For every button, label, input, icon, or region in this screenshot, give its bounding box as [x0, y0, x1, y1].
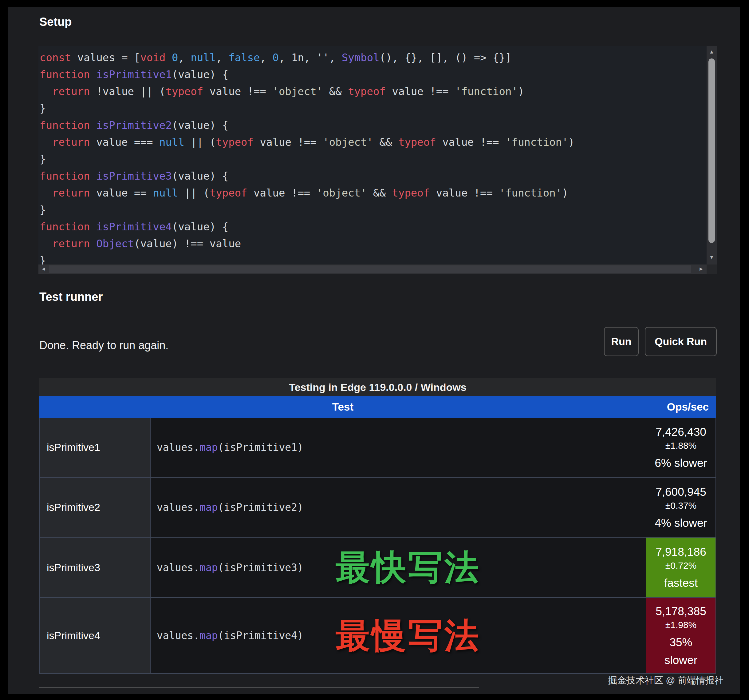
code-token: (: [172, 68, 178, 81]
test-name-cell: isPrimitive1: [40, 418, 151, 477]
code-token: return: [52, 237, 90, 250]
code-token: Symbol: [342, 51, 379, 64]
code-token: [90, 136, 96, 148]
code-token: }: [40, 102, 46, 115]
code-token: isPrimitive4: [224, 630, 297, 642]
code-line: return value == null || (typeof value !=…: [40, 185, 705, 201]
code-token: Object: [96, 237, 134, 250]
code-line: }: [40, 201, 705, 218]
code-token: value: [178, 170, 209, 182]
ops-rank: fastest: [664, 576, 698, 590]
code-token: ) {: [209, 170, 228, 182]
code-token: || (: [134, 85, 165, 98]
code-token: isPrimitive1: [96, 68, 172, 81]
code-token: function: [40, 119, 90, 131]
code-token: &&: [323, 85, 348, 98]
horizontal-scrollbar-thumb[interactable]: [49, 265, 691, 273]
watermark-text: 掘金技术社区 @ 前端情报社: [608, 674, 724, 687]
vertical-scrollbar[interactable]: ▲ ▼: [706, 46, 717, 265]
code-token: value: [392, 85, 423, 98]
ops-value: 7,600,945: [656, 485, 706, 499]
ops-margin: ±1.88%: [665, 439, 697, 452]
setup-code-editor[interactable]: const values = [void 0, null, false, 0, …: [38, 46, 717, 274]
ops-cell: 7,918,186±0.72%fastest: [647, 538, 715, 597]
setup-heading: Setup: [39, 15, 72, 29]
code-token: !: [90, 85, 102, 98]
code-token: [90, 170, 96, 182]
code-token: 'object': [316, 187, 367, 199]
run-button[interactable]: Run: [604, 327, 639, 356]
scrollbar-corner: [706, 265, 717, 274]
code-token: [165, 51, 171, 64]
horizontal-scrollbar[interactable]: ◄ ►: [38, 265, 706, 274]
code-token: .: [193, 562, 199, 574]
scroll-left-arrow-icon[interactable]: ◄: [41, 267, 46, 271]
run-status-text: Done. Ready to run again.: [39, 339, 168, 352]
code-token: isPrimitive2: [96, 119, 172, 131]
code-token: value: [178, 119, 209, 131]
code-line: return !value || (typeof value !== 'obje…: [40, 83, 705, 100]
code-token: map: [199, 562, 218, 574]
code-token: ,: [260, 51, 273, 64]
code-token: false: [228, 51, 260, 64]
code-token: [90, 187, 96, 199]
ops-margin: ±0.72%: [665, 559, 697, 572]
code-token: isPrimitive3: [224, 562, 297, 574]
code-token: [248, 187, 254, 199]
code-line: }: [40, 252, 705, 265]
code-line: function isPrimitive3(value) {: [40, 168, 705, 185]
code-line: }: [40, 151, 705, 168]
results-rows: isPrimitive1values.map(isPrimitive1)7,42…: [39, 418, 716, 674]
scroll-up-arrow-icon[interactable]: ▲: [709, 49, 714, 54]
code-token: .: [193, 441, 199, 453]
code-token: typeof: [398, 136, 436, 148]
code-token: [436, 136, 442, 148]
code-token: value: [209, 85, 241, 98]
code-token: (: [172, 170, 178, 182]
code-token: values: [157, 441, 193, 453]
code-token: ) {: [209, 221, 228, 233]
table-caption: Testing in Edge 119.0.0.0 / Windows: [39, 378, 716, 396]
code-token: !==: [241, 85, 272, 98]
code-token: ,: [279, 51, 291, 64]
table-row: isPrimitive1values.map(isPrimitive1)7,42…: [40, 418, 715, 477]
setup-code-content[interactable]: const values = [void 0, null, false, 0, …: [40, 49, 705, 265]
code-token: return: [52, 187, 90, 199]
code-token: values: [157, 630, 193, 642]
test-name-cell: isPrimitive2: [40, 478, 151, 537]
benchmark-panel: Setup const values = [void 0, null, fals…: [8, 7, 740, 694]
scroll-right-arrow-icon[interactable]: ►: [699, 267, 704, 271]
code-token: value: [209, 237, 241, 250]
code-token: ): [297, 562, 303, 574]
quick-run-button[interactable]: Quick Run: [645, 327, 717, 356]
code-token: [203, 85, 209, 98]
annotation-overlay: 最快写法: [336, 544, 481, 591]
scroll-down-arrow-icon[interactable]: ▼: [709, 255, 714, 260]
code-token: !==: [291, 136, 323, 148]
code-token: || (: [178, 187, 209, 199]
ops-rank: 6% slower: [655, 456, 707, 470]
code-token: ): [297, 441, 303, 453]
code-token: 'object': [272, 85, 323, 98]
code-token: map: [199, 501, 218, 513]
code-token: ): [297, 501, 303, 513]
code-token: [90, 119, 96, 131]
code-token: const: [40, 51, 71, 64]
code-token: = [: [115, 51, 141, 64]
column-header-ops: Ops/sec: [647, 401, 716, 413]
code-token: }: [40, 204, 46, 216]
code-line: return value === null || (typeof value !…: [40, 134, 705, 151]
ops-cell: 7,426,430±1.88%6% slower: [647, 418, 715, 477]
code-token: ===: [128, 136, 159, 148]
vertical-scrollbar-thumb[interactable]: [708, 58, 715, 243]
code-token: values: [157, 562, 193, 574]
code-token: ==: [128, 187, 153, 199]
code-line: function isPrimitive1(value) {: [40, 66, 705, 83]
code-token: value: [141, 237, 172, 250]
results-table: Testing in Edge 119.0.0.0 / Windows Test…: [39, 378, 716, 674]
code-token: typeof: [165, 85, 203, 98]
code-token: 'function': [499, 187, 562, 199]
test-code-cell: values.map(isPrimitive3)最快写法: [151, 538, 647, 597]
code-token: 0: [172, 51, 178, 64]
code-token: ): [297, 630, 303, 642]
